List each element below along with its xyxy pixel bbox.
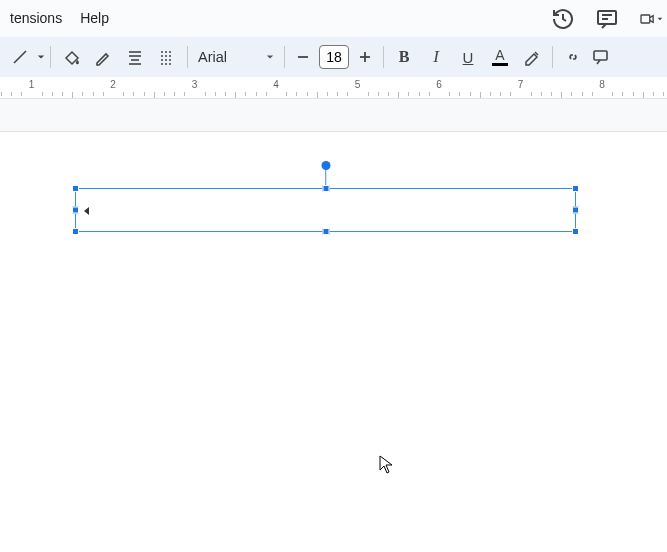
ruler-number: 1 [29, 79, 35, 90]
resize-handle-bm[interactable] [322, 228, 329, 235]
rotation-stem [325, 169, 327, 185]
chevron-down-icon[interactable] [36, 42, 46, 72]
separator [383, 46, 384, 68]
resize-handle-br[interactable] [572, 228, 579, 235]
paragraph-spacing-icon[interactable] [151, 42, 183, 72]
text-color-button[interactable]: A [484, 42, 516, 72]
svg-line-2 [14, 51, 26, 63]
resize-handle-ml[interactable] [72, 207, 79, 214]
underline-button[interactable]: U [452, 42, 484, 72]
separator [284, 46, 285, 68]
svg-rect-1 [641, 15, 650, 23]
resize-handle-tl[interactable] [72, 185, 79, 192]
pen-weight-icon[interactable] [87, 42, 119, 72]
rotation-handle[interactable] [321, 161, 330, 170]
history-icon[interactable] [551, 7, 575, 31]
separator [50, 46, 51, 68]
ruler-number: 7 [518, 79, 524, 90]
ruler-number: 2 [110, 79, 116, 90]
ruler-number: 3 [192, 79, 198, 90]
resize-handle-mr[interactable] [572, 207, 579, 214]
resize-handle-tm[interactable] [322, 185, 329, 192]
svg-rect-0 [598, 11, 616, 24]
text-caret [84, 207, 90, 215]
font-name-label: Arial [198, 49, 227, 65]
text-color-letter: A [495, 48, 504, 62]
line-tool-icon[interactable] [4, 42, 36, 72]
text-color-swatch [492, 63, 508, 66]
svg-rect-14 [594, 51, 607, 60]
resize-handle-tr[interactable] [572, 185, 579, 192]
increase-font-icon[interactable] [353, 42, 377, 72]
bold-button[interactable]: B [388, 42, 420, 72]
decrease-font-icon[interactable] [291, 42, 315, 72]
canvas[interactable] [0, 99, 667, 552]
ruler-number: 5 [355, 79, 361, 90]
separator [187, 46, 188, 68]
ruler-number: 4 [273, 79, 279, 90]
insert-comment-icon[interactable] [589, 42, 613, 72]
paragraph-align-icon[interactable] [119, 42, 151, 72]
separator [552, 46, 553, 68]
toolbar: Arial 18 B I U A [0, 37, 667, 77]
insert-link-icon[interactable] [557, 42, 589, 72]
menu-extensions[interactable]: tensions [10, 10, 62, 26]
font-picker[interactable]: Arial [192, 49, 280, 65]
resize-handle-bl[interactable] [72, 228, 79, 235]
paint-bucket-icon[interactable] [55, 42, 87, 72]
menu-help[interactable]: Help [80, 10, 109, 26]
italic-button[interactable]: I [420, 42, 452, 72]
video-call-icon[interactable] [639, 7, 663, 31]
text-box-selection[interactable] [75, 188, 576, 232]
ruler-number: 8 [599, 79, 605, 90]
ruler: 12345678 [0, 77, 667, 99]
ruler-number: 6 [436, 79, 442, 90]
font-size-value: 18 [326, 49, 342, 65]
comment-icon[interactable] [595, 7, 619, 31]
font-size-input[interactable]: 18 [319, 45, 349, 69]
highlighter-icon[interactable] [516, 42, 548, 72]
